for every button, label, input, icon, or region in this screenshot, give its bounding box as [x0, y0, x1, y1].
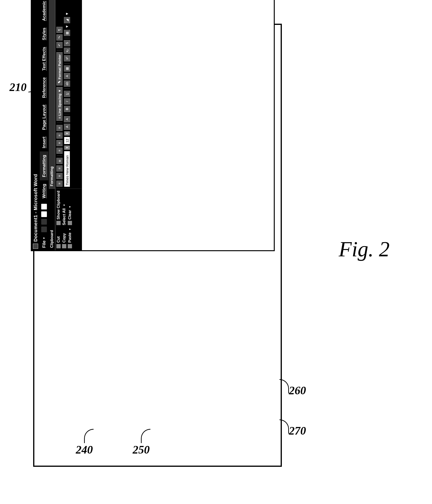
superscript-button[interactable]: x²	[64, 55, 70, 61]
font-size-select[interactable]: 12	[64, 137, 70, 144]
chevron-down-icon: ▼	[42, 237, 46, 240]
border-button[interactable]: ▦	[64, 30, 70, 36]
shrink-font-button[interactable]: A	[64, 116, 70, 122]
group-formatting: ≡ ≡ ≡ ≣ ≡ ≡ ≡ ≡ ≡Line Spacing▼ ✎Format P…	[55, 0, 81, 189]
font-name-dropdown[interactable]: ▼	[64, 145, 70, 150]
bullets-button[interactable]: ≡	[56, 148, 62, 154]
document-area[interactable]	[82, 0, 274, 250]
app-icon	[33, 243, 38, 249]
titlebar: Document1 - Microsoft Word	[32, 0, 40, 250]
font-name-select[interactable]: Times New Roman	[64, 151, 70, 187]
align-right-button[interactable]: ≡	[56, 165, 62, 171]
quick-access-toolbar	[40, 202, 48, 234]
copy-button[interactable]: Copy	[62, 228, 66, 248]
align-left-button[interactable]: ≡	[56, 180, 62, 187]
underline-button[interactable]: U	[64, 91, 70, 97]
line-spacing-icon: ≡	[58, 117, 62, 119]
figure-caption: Fig. 2	[339, 237, 390, 261]
tab-academic[interactable]: Academic	[40, 0, 48, 24]
chevron-down-icon: ▼	[65, 12, 69, 16]
callout-210: 210	[9, 81, 26, 94]
tab-formatting[interactable]: Formatting	[40, 151, 48, 180]
tab-insert[interactable]: Insert	[40, 133, 48, 151]
line-spacing-button[interactable]: ≡Line Spacing▼	[56, 87, 62, 121]
redo-button[interactable]: ↷	[56, 34, 62, 41]
leader-260	[280, 379, 289, 393]
save-icon[interactable]	[41, 226, 47, 233]
shading-button[interactable]: ▦	[64, 65, 70, 72]
paste-button[interactable]: Paste▼	[68, 228, 72, 248]
callout-270: 270	[289, 424, 306, 437]
bold-button[interactable]: B	[64, 106, 70, 112]
cut-icon	[56, 244, 61, 248]
tab-reference[interactable]: Reference	[40, 74, 48, 101]
show-clipboard-button[interactable]: Show Clipboard	[56, 191, 61, 225]
font-color-button[interactable]: A	[64, 73, 70, 79]
new-icon[interactable]	[41, 219, 47, 225]
italic-button[interactable]: I	[64, 98, 70, 105]
chevron-down-icon: ▼	[63, 204, 66, 206]
grow-font-button[interactable]: A	[64, 124, 70, 130]
tab-styles[interactable]: Styles	[40, 24, 48, 44]
subscript-button[interactable]: x₂	[64, 48, 70, 54]
group-label-bar: Clipboard Formatting Writing Tools View	[49, 0, 55, 250]
file-menu[interactable]: File ▼	[40, 234, 48, 250]
highlight-button[interactable]: ab	[64, 81, 70, 87]
numbering-button[interactable]: ≡	[56, 140, 62, 146]
clipboard-icon	[56, 221, 61, 225]
leader-240	[84, 429, 94, 443]
group-label-formatting: Formatting	[49, 0, 55, 189]
app-window: Document1 - Microsoft Word File ▼ Writin…	[31, 0, 275, 251]
eraser-icon	[68, 221, 72, 225]
callout-250: 250	[133, 443, 150, 456]
tab-page-layout[interactable]: Page Layout	[40, 101, 48, 133]
chevron-down-icon: ▼	[69, 228, 71, 231]
justify-button[interactable]: ≣	[56, 158, 62, 164]
chevron-down-icon: ▼	[58, 89, 62, 93]
menubar: File ▼ Writing Formatting Insert Page La…	[40, 0, 49, 250]
preview-icon[interactable]	[41, 204, 47, 210]
group-label-clipboard: Clipboard	[49, 189, 55, 250]
leader-270	[280, 419, 289, 434]
align-center-button[interactable]: ≡	[56, 173, 62, 179]
leader-250	[141, 429, 150, 443]
brush-icon: ✎	[57, 80, 62, 83]
cut-button[interactable]: Cut	[56, 228, 61, 248]
callout-260: 260	[289, 384, 306, 397]
font-size-dropdown[interactable]: ▼	[64, 131, 70, 135]
undo-button[interactable]: ↶	[56, 42, 62, 48]
tab-text-effects[interactable]: Text Effects	[40, 44, 48, 74]
paste-icon	[68, 244, 72, 248]
tab-writing[interactable]: Writing	[40, 180, 48, 202]
window-title: Document1 - Microsoft Word	[33, 0, 38, 242]
callout-240: 240	[76, 443, 93, 456]
copy-icon	[62, 244, 66, 248]
format-painter-button[interactable]: ✎Format Painter	[56, 52, 62, 86]
chevron-down-icon: ▼	[65, 25, 69, 28]
figure-wrap: 205 215 220 230 200 210 240 250 260 270 …	[0, 0, 432, 504]
print-icon[interactable]	[41, 211, 47, 217]
file-label: File	[42, 241, 47, 248]
chevron-down-icon: ▼	[69, 206, 71, 208]
group-clipboard: Cut Show Clipboard Copy Select All▼ Past…	[55, 189, 81, 250]
select-all-button[interactable]: Select All▼	[62, 191, 66, 225]
clear-button[interactable]: Clear▼	[68, 191, 72, 225]
fill-color-button[interactable]: ◢	[64, 17, 70, 23]
outdent-button[interactable]: ≡	[56, 133, 62, 139]
show-marks-button[interactable]: ¶	[56, 27, 62, 33]
indent-button[interactable]: ≡	[56, 125, 62, 131]
strikethrough-button[interactable]: S	[64, 40, 70, 46]
ribbon: Cut Show Clipboard Copy Select All▼ Past…	[55, 0, 82, 250]
